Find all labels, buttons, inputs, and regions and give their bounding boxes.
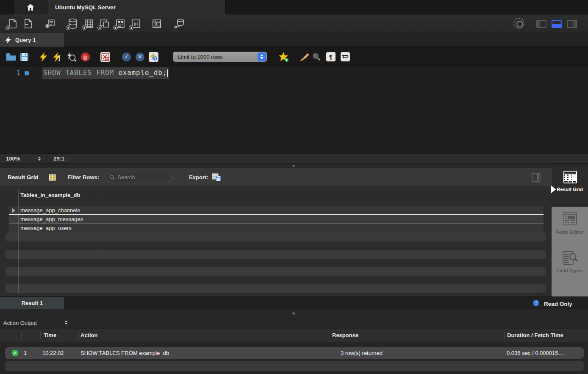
export-icon[interactable] <box>212 173 222 181</box>
sidebar-item-form-editor[interactable]: Form Editor <box>552 207 588 253</box>
sidebar-item-result-grid[interactable]: Result Grid <box>552 167 588 207</box>
grid-column-header[interactable]: Tables_in_example_db <box>20 192 80 198</box>
sql-editor[interactable]: 1 SHOW TABLES FROM example_db; <box>0 67 588 153</box>
execute-current-icon[interactable] <box>53 52 62 62</box>
new-query-tab-icon[interactable] <box>7 18 19 29</box>
grid-line <box>9 214 544 215</box>
add-snippet-icon[interactable] <box>279 52 289 62</box>
stop-execution-icon[interactable] <box>80 52 90 62</box>
gear-badge-icon[interactable] <box>513 18 524 29</box>
divider <box>46 153 47 163</box>
plus-badge-icon <box>66 25 70 30</box>
query-tab-label: Query 1 <box>15 37 36 43</box>
autocommit-toggle-icon[interactable] <box>149 52 158 62</box>
column-separator <box>78 332 79 339</box>
sidebar-item-label: Field Types <box>554 268 585 274</box>
titlebar: Ubuntu MySQL Server <box>0 0 588 14</box>
search-input[interactable] <box>117 174 164 180</box>
line-number: 1 <box>9 67 20 79</box>
connection-tab-label: Ubuntu MySQL Server <box>55 4 116 11</box>
limit-rows-dropdown[interactable]: Limit to 1000 rows <box>173 52 267 62</box>
action-output-header: Time Action Response Duration / Fetch Ti… <box>0 329 588 342</box>
row-time: 10:22:02 <box>42 347 64 359</box>
zoom-stepper[interactable] <box>38 156 41 161</box>
sql-identifier: example_db; <box>118 69 167 77</box>
grid-columns-icon[interactable] <box>49 174 56 181</box>
horizontal-splitter[interactable] <box>0 163 588 168</box>
column-header-response[interactable]: Response <box>332 329 358 342</box>
empty-row <box>5 250 546 259</box>
stop-on-error-toggle-icon[interactable] <box>100 52 110 62</box>
create-view-icon[interactable] <box>99 18 111 29</box>
column-header-time[interactable]: Time <box>44 329 56 342</box>
table-row[interactable]: message_app_messages <box>9 215 544 224</box>
create-table-icon[interactable] <box>83 18 95 29</box>
empty-row <box>5 233 546 241</box>
row-response: 3 row(s) returned <box>341 347 383 359</box>
action-output-selector[interactable]: Action Output <box>3 320 37 326</box>
result-grid-toolbar: Result Grid Filter Rows: Export: <box>0 168 552 186</box>
action-output-row[interactable]: ✓ 1 10:22:02 SHOW TABLES FROM example_db… <box>5 347 584 359</box>
toggle-left-panel-button[interactable] <box>536 20 546 28</box>
dropdown-stepper-icon <box>258 53 266 61</box>
panel-toggle-icon[interactable] <box>532 173 541 182</box>
column-header-action[interactable]: Action <box>80 329 97 342</box>
limit-rows-value: Limit to 1000 rows <box>178 54 258 60</box>
plus-badge-icon <box>6 25 10 30</box>
connection-tab[interactable]: Ubuntu MySQL Server <box>47 0 226 14</box>
column-separator <box>21 332 22 339</box>
filter-search-box[interactable] <box>105 173 172 182</box>
code-line[interactable]: SHOW TABLES FROM example_db; <box>43 67 168 79</box>
server-config-icon[interactable] <box>174 18 186 29</box>
table-row[interactable]: message_app_users <box>9 224 544 233</box>
create-schema-icon[interactable] <box>67 18 79 29</box>
beautify-icon[interactable] <box>299 52 310 62</box>
toggle-bottom-panel-button[interactable] <box>552 20 562 28</box>
home-icon <box>26 3 35 11</box>
row-index: 1 <box>24 347 27 359</box>
sidebar-item-field-types[interactable]: Field Types <box>552 250 588 296</box>
splitter-handle-icon <box>292 165 295 167</box>
text-caret <box>167 69 168 77</box>
open-file-icon[interactable] <box>6 52 16 62</box>
read-only-badge-icon: ! <box>533 300 539 306</box>
row-duration: 0.035 sec / 0.000015… <box>507 347 563 359</box>
horizontal-splitter[interactable] <box>0 309 588 317</box>
editor-statusbar: 100% 29:1 <box>0 153 588 163</box>
search-table-data-icon[interactable] <box>151 18 163 29</box>
wrap-text-icon[interactable] <box>341 52 350 62</box>
toggle-right-panel-button[interactable] <box>567 20 577 28</box>
table-row[interactable]: message_app_channels <box>9 206 544 215</box>
create-function-icon[interactable]: f() <box>130 18 142 29</box>
find-icon[interactable] <box>312 52 321 62</box>
create-procedure-icon[interactable] <box>114 18 126 29</box>
result-grid: Tables_in_example_db message_app_channel… <box>0 186 552 296</box>
check-glyph: ✓ <box>122 53 131 61</box>
save-file-icon[interactable] <box>20 52 29 62</box>
row-action: SHOW TABLES FROM example_db <box>80 347 169 359</box>
explain-plan-icon[interactable] <box>67 52 77 62</box>
empty-row <box>5 267 546 276</box>
commit-icon[interactable]: ✓ <box>122 52 131 62</box>
dropdown-stepper-icon[interactable] <box>64 320 68 325</box>
grid-line <box>19 189 19 294</box>
current-row-arrow-icon <box>12 208 15 213</box>
home-tab[interactable] <box>14 0 47 14</box>
splitter-handle-icon <box>292 312 295 315</box>
query-tabbar: Query 1 <box>0 33 588 47</box>
show-invisibles-icon[interactable]: ¶ <box>326 52 336 62</box>
execute-icon[interactable] <box>40 52 47 62</box>
open-script-icon[interactable] <box>22 18 34 29</box>
plus-badge-icon <box>97 25 102 30</box>
tab-result-1[interactable]: Result 1 <box>0 297 65 309</box>
rollback-icon[interactable]: ✕ <box>136 52 144 62</box>
plus-badge-icon <box>82 25 86 30</box>
main-toolbar: i f() <box>0 14 588 33</box>
tab-query-1[interactable]: Query 1 <box>0 33 64 47</box>
column-header-duration[interactable]: Duration / Fetch Time <box>507 329 563 342</box>
empty-row <box>5 361 584 371</box>
grid-line <box>9 224 544 224</box>
sidebar-item-label: Form Editor <box>554 230 585 235</box>
filter-rows-label: Filter Rows: <box>68 174 99 180</box>
inspector-icon[interactable]: i <box>44 18 56 29</box>
